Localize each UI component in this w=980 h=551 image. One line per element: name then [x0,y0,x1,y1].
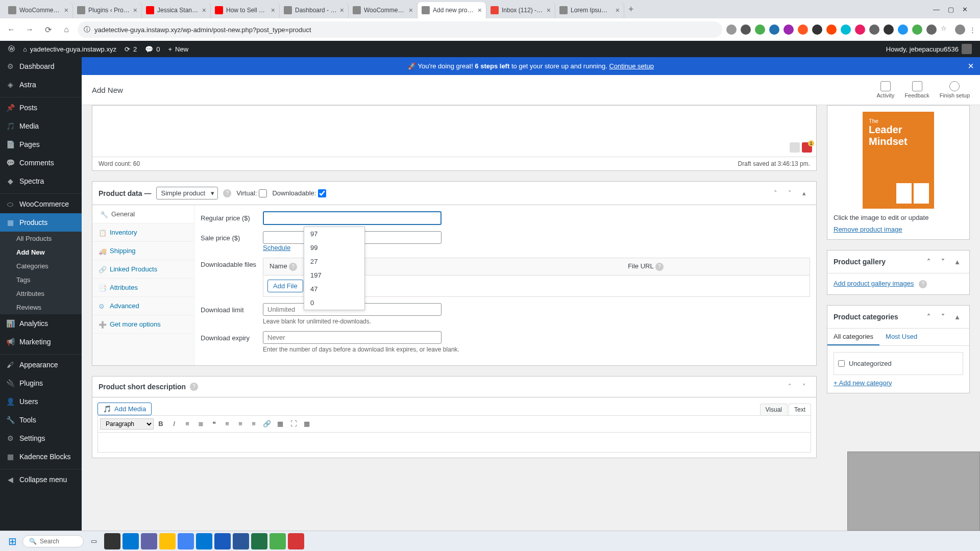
extension-icon[interactable] [912,24,922,35]
bold-button[interactable]: B [155,418,167,430]
virtual-checkbox[interactable]: Virtual: [236,189,267,197]
more-button[interactable]: ▦ [274,418,286,430]
tab-shipping[interactable]: 🚚Shipping [92,242,194,260]
help-icon[interactable]: ? [223,189,231,197]
feedback-button[interactable]: Feedback [904,81,929,98]
close-icon[interactable]: × [409,6,413,14]
help-icon[interactable]: ? [655,263,664,271]
submenu-categories[interactable]: Categories [0,259,82,273]
task-view-icon[interactable]: ▭ [86,533,102,549]
editor-icon[interactable] [790,142,800,153]
suggestion-item[interactable]: 99 [304,241,364,255]
tab-advanced[interactable]: ⚙Advanced [92,297,194,315]
extension-icon[interactable] [869,24,879,35]
close-icon[interactable]: × [271,6,275,14]
chevron-up-icon[interactable]: ˄ [783,381,796,393]
taskbar-app-icon[interactable] [159,533,176,549]
sidebar-item-posts[interactable]: 📌Posts [0,98,82,117]
help-icon[interactable]: ? [919,280,927,288]
short-description-editor[interactable] [97,432,811,453]
sidebar-item-woocommerce[interactable]: ⬭WooCommerce [0,195,82,213]
submenu-reviews[interactable]: Reviews [0,300,82,314]
extension-icon[interactable] [841,24,851,35]
wp-logo[interactable]: ⓦ [4,44,19,54]
address-bar[interactable]: ⓘ yadetective-guya.instawp.xyz/wp-admin/… [78,21,722,38]
home-button[interactable]: ⌂ [59,22,74,37]
extension-icon[interactable] [855,24,865,35]
taskbar-app-icon[interactable] [233,533,249,549]
extensions-menu-icon[interactable] [926,24,937,35]
browser-tab[interactable]: WooCommerce settin× [349,2,418,18]
schedule-link[interactable]: Schedule [263,244,290,252]
visual-tab[interactable]: Visual [760,404,788,415]
toggle-panel-icon[interactable]: ▴ [798,187,810,199]
sidebar-item-pages[interactable]: 📄Pages [0,135,82,154]
browser-tab[interactable]: How to Sell Digital P× [211,2,280,18]
continue-setup-link[interactable]: Continue setup [609,62,653,70]
taskbar-app-icon[interactable] [141,533,157,549]
taskbar-app-icon[interactable] [270,533,286,549]
browser-tab[interactable]: Plugins ‹ Productivity× [73,2,142,18]
toolbar-toggle-button[interactable]: ▦ [301,418,313,430]
sidebar-item-analytics[interactable]: 📊Analytics [0,314,82,333]
activity-button[interactable]: Activity [877,81,895,98]
taskbar-app-icon[interactable] [196,533,212,549]
sidebar-item-media[interactable]: 🎵Media [0,117,82,135]
extension-icon[interactable] [726,24,737,35]
sidebar-item-products[interactable]: ▦Products [0,213,82,232]
chevron-down-icon[interactable]: ˅ [937,311,949,323]
downloadable-checkbox[interactable]: Downloadable: [272,189,326,197]
submenu-tags[interactable]: Tags [0,273,82,287]
submenu-add-new[interactable]: Add New [0,245,82,259]
updates-count[interactable]: ⟳ 2 [120,45,141,53]
submenu-all-products[interactable]: All Products [0,232,82,245]
forward-button[interactable]: → [22,22,37,37]
sidebar-item-spectra[interactable]: ◆Spectra [0,172,82,190]
download-expiry-input[interactable] [263,331,442,344]
suggestion-item[interactable]: 0 [304,296,364,310]
add-file-button[interactable]: Add File [267,280,303,292]
align-left-button[interactable]: ≡ [221,418,233,430]
quote-button[interactable]: ❝ [208,418,220,430]
product-image[interactable]: The Leader Mindset [863,112,934,209]
tab-linked-products[interactable]: 🔗Linked Products [92,260,194,279]
sidebar-item-plugins[interactable]: 🔌Plugins [0,374,82,392]
suggestion-item[interactable]: 97 [304,227,364,241]
close-icon[interactable]: × [616,6,620,14]
toggle-panel-icon[interactable]: ▴ [951,311,963,323]
link-button[interactable]: 🔗 [261,418,273,430]
suggestion-item[interactable]: 27 [304,255,364,268]
sidebar-item-comments[interactable]: 💬Comments [0,154,82,172]
remove-image-link[interactable]: Remove product image [834,226,902,233]
browser-tab[interactable]: Jessica Stansberry - Y× [142,2,211,18]
profile-avatar[interactable] [955,24,965,35]
taskbar-app-icon[interactable] [178,533,194,549]
sidebar-item-dashboard[interactable]: ⚙Dashboard [0,57,82,76]
user-menu[interactable]: Howdy, jebepacupu6536 [882,44,976,54]
browser-tab[interactable]: WooCommerce settin× [4,2,73,18]
browser-tab[interactable]: Inbox (112) - sherifal× [486,2,555,18]
sidebar-item-marketing[interactable]: 📢Marketing [0,333,82,351]
comments-count[interactable]: 💬 0 [141,45,164,53]
reload-button[interactable]: ⟳ [41,22,55,37]
chevron-up-icon[interactable]: ˄ [769,187,781,199]
category-uncategorized[interactable]: Uncategorized [838,357,959,370]
close-icon[interactable]: × [64,6,68,14]
chevron-up-icon[interactable]: ˄ [922,311,935,323]
new-tab-button[interactable]: + [624,4,638,15]
regular-price-input[interactable] [263,211,442,225]
taskbar-search[interactable]: 🔍 Search [22,535,84,547]
italic-button[interactable]: I [168,418,180,430]
format-select[interactable]: Paragraph [100,418,154,430]
number-list-button[interactable]: ≣ [194,418,207,430]
sidebar-item-appearance[interactable]: 🖌Appearance [0,356,82,374]
start-button[interactable]: ⊞ [4,533,20,549]
sidebar-item-kadence[interactable]: ▦Kadence Blocks [0,447,82,466]
extension-icon[interactable] [783,24,794,35]
extension-icon[interactable] [769,24,779,35]
close-icon[interactable]: × [478,6,482,14]
most-used-tab[interactable]: Most Used [879,329,923,345]
extension-icon[interactable] [898,24,908,35]
chevron-up-icon[interactable]: ˄ [922,256,935,268]
submenu-attributes[interactable]: Attributes [0,287,82,300]
